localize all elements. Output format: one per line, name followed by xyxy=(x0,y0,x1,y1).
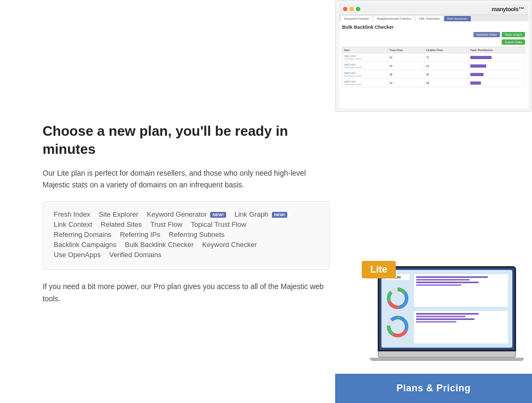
dot-red xyxy=(343,7,347,11)
feature-trust-flow: Trust Flow xyxy=(151,220,182,228)
feature-verified-domains: Verified Domains xyxy=(109,251,161,259)
mock-table: Item Trust Flow Citation Flow Topic Dist… xyxy=(342,47,525,87)
table-row: site2.comTrust Score: Good 43 61 xyxy=(343,62,525,70)
screenshot-area: manytools™ Keyword Checker Neighbourhood… xyxy=(335,0,532,112)
feature-row-5: Use OpenApps Verified Domains xyxy=(54,251,319,259)
donut-chart-1 xyxy=(386,286,410,310)
browser-logo: manytools™ xyxy=(492,6,524,12)
feature-backlink-campaigns: Backlink Campaigns xyxy=(54,241,117,249)
mock-title: Bulk Backlink Checker xyxy=(342,24,525,30)
feature-row-3: Referring Domains Referring IPs Referrin… xyxy=(54,231,319,238)
feature-row-1: Fresh Index Site Explorer Keyword Genera… xyxy=(54,210,319,218)
export-btn[interactable]: Export Data xyxy=(502,39,525,45)
plans-btn-area[interactable]: Plans & Pricing xyxy=(335,374,532,403)
laptop-foot xyxy=(370,358,524,361)
screen-right xyxy=(414,274,508,343)
mock-buttons: Backlink Stats Topic Graph xyxy=(342,32,525,37)
mock-tabs: Keyword Checker Neighbourhood Checker UR… xyxy=(339,15,528,21)
col-tf: Trust Flow xyxy=(388,47,425,53)
laptop-illustration: Lite xyxy=(378,266,516,367)
laptop-base xyxy=(378,351,516,358)
feature-referring-ips: Referring IPs xyxy=(120,231,160,238)
col-item: Item xyxy=(343,47,388,53)
chart-block-1 xyxy=(414,274,508,307)
tab-neighbourhood[interactable]: Neighbourhood Checker xyxy=(373,16,414,21)
plans-pricing-button[interactable]: Plans & Pricing xyxy=(335,374,532,403)
donut-chart-2 xyxy=(386,315,410,339)
chart-block-2 xyxy=(414,311,508,343)
tab-keyword-checker[interactable]: Keyword Checker xyxy=(341,16,372,21)
mock-content: Bulk Backlink Checker Backlink Stats Top… xyxy=(339,21,528,91)
topic-graph-btn[interactable]: Topic Graph xyxy=(502,32,525,37)
browser-header: manytools™ xyxy=(339,4,528,15)
tab-url-submitter[interactable]: URL Submitter xyxy=(415,16,443,21)
feature-topical-trust-flow: Topical Trust Flow xyxy=(191,220,246,228)
feature-bulk-backlink-checker: Bulk Backlink Checker xyxy=(125,241,194,249)
feature-row-4: Backlink Campaigns Bulk Backlink Checker… xyxy=(54,241,319,249)
page-title: Choose a new plan, you'll be ready in mi… xyxy=(43,122,330,159)
laptop-screen: Lite xyxy=(378,266,516,351)
mock-browser: manytools™ Keyword Checker Neighbourhood… xyxy=(339,4,528,108)
new-badge-keyword: NEW! xyxy=(210,212,226,218)
feature-keyword-generator: Keyword Generator NEW! xyxy=(147,210,226,218)
feature-row-2: Link Context Related Sites Trust Flow To… xyxy=(54,220,319,228)
feature-keyword-checker: Keyword Checker xyxy=(202,241,257,249)
feature-fresh-index: Fresh Index xyxy=(54,210,90,218)
table-row: site3.comTrust Score: Good 38 55 xyxy=(343,70,525,79)
feature-use-openapps: Use OpenApps xyxy=(54,251,101,259)
col-cf: Citation Flow xyxy=(424,47,468,53)
screen-inner: Lite xyxy=(381,270,512,348)
laptop-area: Lite Lite xyxy=(335,256,516,373)
screen-left: Lite xyxy=(386,274,410,343)
lite-label: Lite xyxy=(362,261,396,278)
page-wrapper: manytools™ Keyword Checker Neighbourhood… xyxy=(0,0,532,403)
dot-yellow xyxy=(350,7,354,11)
footer-description: If you need a bit more power, our Pro pl… xyxy=(43,281,330,305)
table-row: site1.comTrust Score: Good 54 72 xyxy=(343,53,525,62)
dot-green xyxy=(356,7,360,11)
features-list: Fresh Index Site Explorer Keyword Genera… xyxy=(43,201,330,270)
table-row: site4.comTrust Score: Good 33 48 xyxy=(343,79,525,87)
feature-related-sites: Related Sites xyxy=(101,220,142,228)
main-description: Our Lite plan is perfect for domain rese… xyxy=(43,167,330,191)
feature-link-context: Link Context xyxy=(54,220,92,228)
feature-site-explorer: Site Explorer xyxy=(99,210,138,218)
main-content: Choose a new plan, you'll be ready in mi… xyxy=(43,122,330,305)
feature-referring-domains: Referring Domains xyxy=(54,231,111,238)
col-bars: Topic Distribution xyxy=(468,47,525,53)
tab-bulk-backlinks[interactable]: Bulk Backlinks xyxy=(444,16,471,21)
backlink-stats-btn[interactable]: Backlink Stats xyxy=(473,32,500,37)
new-badge-link-graph: NEW! xyxy=(272,212,287,218)
feature-referring-subnets: Referring Subnets xyxy=(169,231,225,238)
feature-link-graph: Link Graph NEW! xyxy=(235,210,288,218)
